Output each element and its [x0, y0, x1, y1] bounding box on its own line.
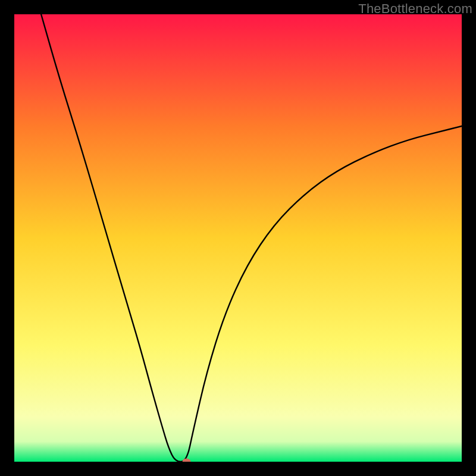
- bottleneck-chart: [14, 14, 462, 462]
- chart-background: [14, 14, 462, 462]
- chart-frame: [14, 14, 462, 462]
